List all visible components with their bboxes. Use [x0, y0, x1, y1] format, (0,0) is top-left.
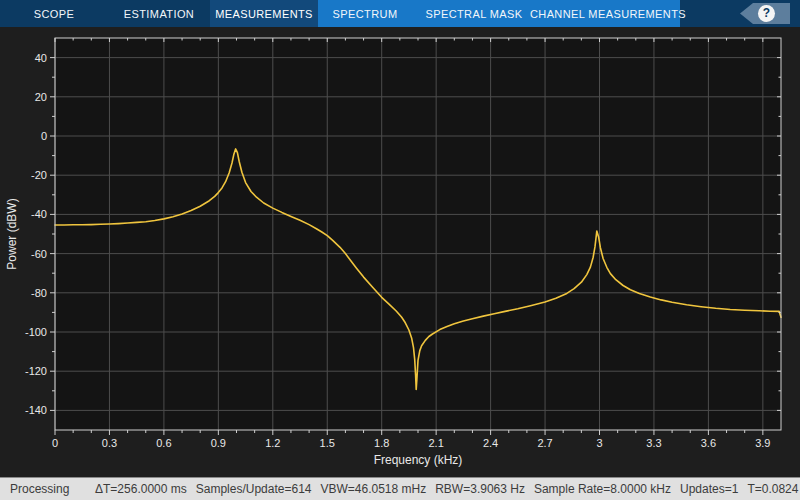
- tab-spectrum[interactable]: SPECTRUM: [318, 0, 412, 27]
- status-delta-t: ΔT=256.0000 ms: [95, 482, 187, 496]
- x-tick-label: 2.1: [429, 437, 444, 449]
- status-stats: ΔT=256.0000 ms Samples/Update=614 VBW=46…: [95, 482, 798, 496]
- y-tick-label: -60: [31, 248, 47, 260]
- y-tick-label: -20: [31, 169, 47, 181]
- status-state: Processing: [0, 482, 95, 496]
- status-sample-rate: Sample Rate=8.0000 kHz: [534, 482, 671, 496]
- tab-scope[interactable]: SCOPE: [0, 0, 108, 27]
- x-axis-label: Frequency (kHz): [374, 453, 463, 467]
- tab-measurements[interactable]: MEASUREMENTS: [210, 0, 318, 27]
- x-tick-label: 0.3: [102, 437, 117, 449]
- spectrum-plot[interactable]: 00.30.60.91.21.51.82.12.42.733.33.63.940…: [0, 27, 800, 477]
- y-tick-label: 40: [35, 52, 47, 64]
- tab-channel-measurements[interactable]: CHANNEL MEASUREMENTS: [536, 0, 680, 27]
- status-vbw: VBW=46.0518 mHz: [320, 482, 426, 496]
- x-tick-label: 3.9: [755, 437, 770, 449]
- y-axis-label: Power (dBW): [5, 198, 19, 269]
- y-tick-label: 20: [35, 91, 47, 103]
- status-rbw: RBW=3.9063 Hz: [435, 482, 525, 496]
- x-tick-label: 2.4: [483, 437, 498, 449]
- x-tick-label: 0: [52, 437, 58, 449]
- tab-spectral-mask[interactable]: SPECTRAL MASK: [412, 0, 536, 27]
- x-tick-label: 1.8: [374, 437, 389, 449]
- x-tick-label: 0.9: [211, 437, 226, 449]
- tab-estimation[interactable]: ESTIMATION: [108, 0, 210, 27]
- x-tick-label: 0.6: [156, 437, 171, 449]
- spectrum-figure: 00.30.60.91.21.51.82.12.42.733.33.63.940…: [0, 27, 800, 477]
- status-bar: Processing ΔT=256.0000 ms Samples/Update…: [0, 477, 800, 500]
- x-tick-label: 1.5: [320, 437, 335, 449]
- x-tick-label: 3.3: [646, 437, 661, 449]
- x-tick-label: 2.7: [537, 437, 552, 449]
- status-updates: Updates=1: [680, 482, 738, 496]
- y-tick-label: 0: [41, 130, 47, 142]
- toolstrip: SCOPE ESTIMATION MEASUREMENTS SPECTRUM S…: [0, 0, 800, 27]
- y-tick-label: -100: [25, 326, 47, 338]
- y-tick-label: -80: [31, 287, 47, 299]
- help-icon: ?: [758, 5, 775, 22]
- help-button[interactable]: ?: [740, 3, 790, 24]
- y-tick-label: -140: [25, 404, 47, 416]
- status-samples-per-update: Samples/Update=614: [196, 482, 312, 496]
- contextual-tab-group: SPECTRUM SPECTRAL MASK CHANNEL MEASUREME…: [318, 0, 680, 27]
- x-tick-label: 3.6: [701, 437, 716, 449]
- x-tick-label: 1.2: [265, 437, 280, 449]
- y-tick-label: -40: [31, 208, 47, 220]
- y-tick-label: -120: [25, 365, 47, 377]
- status-time: T=0.0824: [747, 482, 798, 496]
- x-tick-label: 3: [596, 437, 602, 449]
